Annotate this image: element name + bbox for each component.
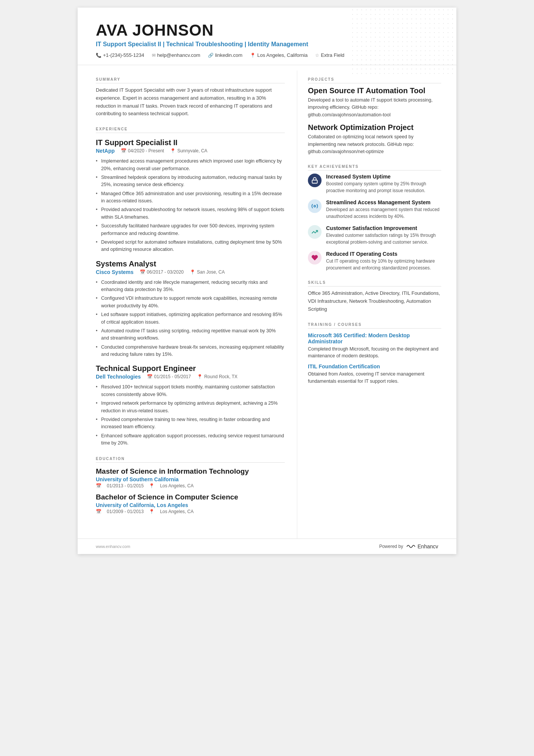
location-icon: 📍: [250, 53, 256, 58]
achievement-icon-3: [308, 225, 322, 239]
experience-section: EXPERIENCE IT Support Specialist II NetA…: [96, 127, 285, 448]
company-2: Cisco Systems: [96, 269, 134, 275]
training-title-2: ITIL Foundation Certification: [308, 363, 441, 369]
extra-contact: ☆ Extra Field: [315, 52, 344, 58]
achievement-1: Increased System Uptime Boosted company …: [308, 174, 441, 194]
job-bullets-3: Resolved 100+ technical support tickets …: [96, 383, 285, 448]
job-entry-1: IT Support Specialist II NetApp 📅 04/202…: [96, 138, 285, 254]
email-contact: ✉ help@enhancv.com: [152, 52, 200, 58]
edu-calendar-1: 📅: [96, 483, 101, 488]
enhancv-brand-name: Enhancv: [418, 543, 438, 549]
enhancv-logo-icon: [406, 543, 416, 549]
calendar-icon-3: 📅: [147, 374, 153, 379]
project-title-2: Network Optimization Project: [308, 123, 441, 132]
edu-degree-2: Bachelor of Science in Computer Science: [96, 493, 285, 501]
website-value: linkedin.com: [215, 52, 242, 58]
phone-contact: 📞 +1-(234)-555-1234: [96, 52, 144, 58]
achievements-label: KEY ACHIEVEMENTS: [308, 164, 441, 171]
achievement-content-3: Customer Satisfaction Improvement Elevat…: [326, 225, 441, 246]
skills-text: Office 365 Administration, Active Direct…: [308, 290, 441, 313]
projects-label: PROJECTS: [308, 77, 441, 83]
candidate-name: AVA JOHNSON: [96, 21, 438, 39]
job-meta-2: Cisco Systems 📅 06/2017 - 03/2020 📍 San …: [96, 269, 285, 275]
skills-label: SKILLS: [308, 280, 441, 286]
phone-value: +1-(234)-555-1234: [103, 52, 144, 58]
achievement-name-3: Customer Satisfaction Improvement: [326, 225, 441, 231]
training-item-1: Microsoft 365 Certified: Modern Desktop …: [308, 332, 441, 360]
bullet-1-4: Provided advanced troubleshooting for ne…: [96, 205, 285, 222]
projects-section: PROJECTS Open Source IT Automation Tool …: [308, 77, 441, 155]
summary-label: SUMMARY: [96, 77, 285, 83]
achievement-3: Customer Satisfaction Improvement Elevat…: [308, 225, 441, 246]
location-contact: 📍 Los Angeles, California: [250, 52, 308, 58]
job-bullets-2: Coordinated identity and role lifecycle …: [96, 278, 285, 359]
edu-school-2: University of California, Los Angeles: [96, 502, 285, 508]
page-footer: www.enhancv.com Powered by Enhancv: [78, 538, 456, 554]
training-desc-2: Obtained from Axelos, covering IT servic…: [308, 371, 441, 385]
website-contact: 🔗 linkedin.com: [208, 52, 242, 58]
contact-info: 📞 +1-(234)-555-1234 ✉ help@enhancv.com 🔗…: [96, 52, 438, 58]
edu-degree-1: Master of Science in Information Technol…: [96, 467, 285, 476]
enhancv-logo: Enhancv: [406, 543, 438, 549]
job-entry-3: Technical Support Engineer Dell Technolo…: [96, 364, 285, 448]
achievement-desc-3: Elevated customer satisfaction ratings b…: [326, 232, 441, 246]
summary-text: Dedicated IT Support Specialist with ove…: [96, 86, 285, 118]
experience-label: EXPERIENCE: [96, 127, 285, 133]
extra-value: Extra Field: [321, 52, 344, 58]
achievement-icon-4: [308, 251, 322, 265]
project-item-2: Network Optimization Project Collaborate…: [308, 123, 441, 155]
achievement-content-1: Increased System Uptime Boosted company …: [326, 174, 441, 194]
job-title-1: IT Support Specialist II: [96, 138, 285, 147]
pin-icon-2: 📍: [190, 269, 195, 275]
achievement-2: Streamlined Access Management System Dev…: [308, 199, 441, 220]
edu-meta-2: 📅 01/2009 - 01/2013 📍 Los Angeles, CA: [96, 509, 285, 514]
achievement-content-4: Reduced IT Operating Costs Cut IT operat…: [326, 251, 441, 271]
edu-entry-1: Master of Science in Information Technol…: [96, 467, 285, 488]
job-title-2: Systems Analyst: [96, 260, 285, 268]
calendar-icon-1: 📅: [121, 148, 126, 153]
summary-section: SUMMARY Dedicated IT Support Specialist …: [96, 77, 285, 118]
project-title-1: Open Source IT Automation Tool: [308, 86, 441, 95]
achievement-name-1: Increased System Uptime: [326, 174, 441, 180]
right-column: PROJECTS Open Source IT Automation Tool …: [297, 70, 456, 538]
bullet-2-1: Coordinated identity and role lifecycle …: [96, 278, 285, 294]
footer-brand: Powered by Enhancv: [379, 543, 438, 549]
training-item-2: ITIL Foundation Certification Obtained f…: [308, 363, 441, 385]
project-desc-2: Collaborated on optimizing local network…: [308, 133, 441, 155]
achievement-content-2: Streamlined Access Management System Dev…: [326, 199, 441, 220]
job-bullets-1: Implemented access management procedures…: [96, 157, 285, 254]
bullet-3-2: Improved network performance by optimizi…: [96, 399, 285, 415]
location-value: Los Angeles, California: [257, 52, 308, 58]
skills-section: SKILLS Office 365 Administration, Active…: [308, 280, 441, 313]
training-desc-1: Completed through Microsoft, focusing on…: [308, 346, 441, 360]
svg-point-1: [314, 205, 316, 207]
job-entry-2: Systems Analyst Cisco Systems 📅 06/2017 …: [96, 260, 285, 359]
calendar-icon-2: 📅: [140, 269, 145, 275]
resume-page: AVA JOHNSON IT Support Specialist II | T…: [78, 8, 456, 554]
bullet-1-3: Managed Office 365 administration and us…: [96, 189, 285, 206]
achievement-4: Reduced IT Operating Costs Cut IT operat…: [308, 251, 441, 271]
resume-header: AVA JOHNSON IT Support Specialist II | T…: [78, 8, 456, 65]
job-date-1: 📅 04/2020 - Present: [121, 148, 164, 153]
education-section: EDUCATION Master of Science in Informati…: [96, 457, 285, 514]
website-icon: 🔗: [208, 53, 214, 58]
training-section: TRAINING / COURSES Microsoft 365 Certifi…: [308, 322, 441, 385]
edu-calendar-2: 📅: [96, 509, 101, 514]
training-title-1: Microsoft 365 Certified: Modern Desktop …: [308, 332, 441, 344]
bullet-3-3: Provided comprehensive training to new h…: [96, 415, 285, 432]
bullet-2-2: Configured VDI infrastructure to support…: [96, 294, 285, 310]
company-1: NetApp: [96, 148, 115, 154]
education-label: EDUCATION: [96, 457, 285, 463]
header-divider: [78, 65, 456, 65]
achievements-section: KEY ACHIEVEMENTS Increased System Uptime…: [308, 164, 441, 271]
edu-pin-2: 📍: [149, 509, 155, 514]
pin-icon-1: 📍: [170, 148, 176, 153]
edu-pin-1: 📍: [149, 483, 155, 488]
job-title-3: Technical Support Engineer: [96, 364, 285, 373]
bullet-1-5: Successfully facilitated hardware upgrad…: [96, 222, 285, 238]
achievement-desc-1: Boosted company system uptime by 25% thr…: [326, 180, 441, 194]
bullet-2-5: Conducted comprehensive hardware break-f…: [96, 343, 285, 359]
footer-website: www.enhancv.com: [96, 544, 130, 549]
email-icon: ✉: [152, 53, 156, 58]
achievement-name-2: Streamlined Access Management System: [326, 199, 441, 205]
